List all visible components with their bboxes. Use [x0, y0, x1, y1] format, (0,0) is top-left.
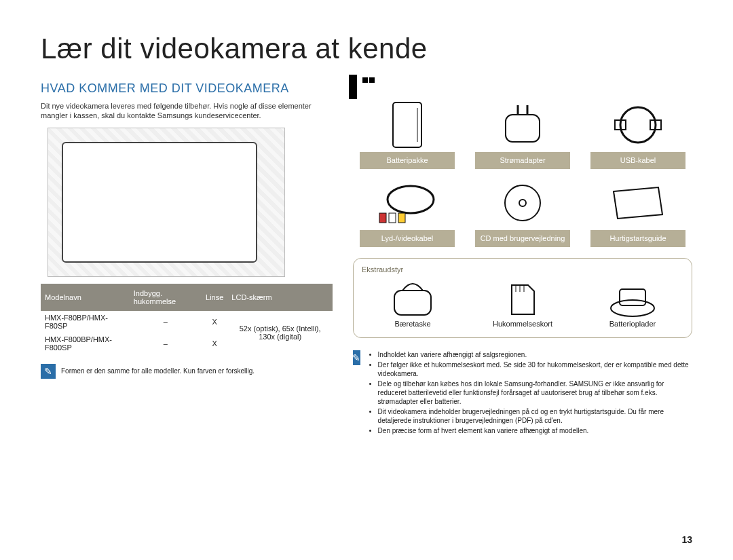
accessory-label: Lyd-/videokabel	[360, 230, 455, 247]
accessory-label: CD med brugervejledning	[475, 230, 570, 247]
cell-zoom: 52x (optisk), 65x (Intelli), 130x (digit…	[227, 311, 333, 354]
list-item: Der følger ikke et hukommelseskort med. …	[378, 360, 692, 378]
optional-title: Ekstraudstyr	[362, 265, 683, 274]
table-row: HMX-F80BP/HMX-F80SP – X 52x (optisk), 65…	[41, 311, 333, 333]
left-note-text: Formen er den samme for alle modeller. K…	[61, 367, 255, 375]
accessory-av-cable: Lyd-/videokabel	[353, 176, 462, 247]
list-item: Dele og tilbehør kan købes hos din lokal…	[378, 379, 692, 406]
power-adapter-icon	[485, 98, 560, 152]
optional-accessories-box: Ekstraudstyr Bæretaske Hukommelseskort	[353, 258, 692, 338]
accessory-usb-cable: USB-kabel	[584, 98, 692, 169]
booklet-icon	[601, 176, 675, 230]
accessory-power-adapter: Strømadapter	[468, 98, 577, 169]
right-notes-block: Indholdet kan variere afhængigt af salgs…	[353, 350, 692, 436]
spec-table: Modelnavn Indbygg. hukommelse Linse LCD-…	[41, 284, 333, 354]
section-subtitle: HVAD KOMMER MED DIT VIDEOKAMERA	[41, 81, 333, 96]
spec-header-memory: Indbygg. hukommelse	[130, 284, 202, 311]
accessory-grid: Batteripakke Strømadapter USB-kabel	[353, 98, 692, 247]
left-note-row: Formen er den samme for alle modeller. K…	[41, 364, 333, 379]
accessory-label: Hurtigstartsguide	[590, 230, 685, 247]
svg-point-11	[505, 185, 540, 221]
battery-charger-icon	[602, 279, 663, 320]
svg-point-12	[519, 200, 526, 206]
spec-header-lcd: LCD-skærm	[227, 284, 333, 311]
usb-cable-icon	[601, 98, 675, 152]
list-item: Indholdet kan variere afhængigt af salgs…	[378, 350, 692, 359]
cell-lens: X	[202, 311, 227, 333]
note-icon	[41, 364, 56, 379]
cell-lens: X	[202, 333, 227, 354]
intro-text: Dit nye videokamera leveres med følgende…	[41, 101, 333, 121]
accessory-label: Strømadapter	[475, 152, 570, 169]
av-cable-icon	[370, 176, 445, 230]
camcorder-illustration	[48, 128, 285, 277]
note-icon	[353, 350, 360, 365]
marker-squares	[362, 77, 375, 83]
accessory-battery: Batteripakke	[353, 98, 462, 169]
list-item: Den præcise form af hvert element kan va…	[378, 426, 692, 435]
svg-rect-10	[398, 213, 405, 223]
accessory-cd: CD med brugervejledning	[468, 176, 577, 247]
cell-memory: –	[130, 333, 202, 354]
svg-point-7	[388, 186, 434, 213]
accessory-label: USB-kabel	[590, 152, 685, 169]
svg-point-19	[611, 300, 654, 316]
right-notes-list: Indholdet kan variere afhængigt af salgs…	[367, 350, 692, 436]
left-column: HVAD KOMMER MED DIT VIDEOKAMERA Dit nye …	[41, 77, 333, 436]
accessory-quickstart: Hurtigstartsguide	[584, 176, 692, 247]
cd-icon	[485, 176, 560, 230]
svg-rect-9	[389, 213, 396, 223]
cell-model: HMX-F800BP/HMX-F800SP	[41, 333, 130, 354]
accessory-label: Batteripakke	[360, 152, 455, 169]
svg-rect-15	[394, 291, 431, 315]
svg-rect-20	[620, 289, 645, 305]
spec-header-model: Modelnavn	[41, 284, 130, 311]
optional-carrying-case: Bæretaske	[362, 279, 464, 328]
page-title: Lær dit videokamera at kende	[41, 33, 692, 65]
svg-rect-8	[379, 213, 386, 223]
spec-header-lens: Linse	[202, 284, 227, 311]
right-column: Batteripakke Strømadapter USB-kabel	[353, 77, 692, 436]
optional-label: Hukommelseskort	[493, 320, 552, 328]
svg-marker-13	[614, 187, 662, 219]
page-number: 13	[681, 534, 692, 545]
optional-label: Bæretaske	[394, 320, 430, 328]
optional-label: Batterioplader	[609, 320, 656, 328]
carrying-case-icon	[382, 279, 443, 320]
optional-battery-charger: Batterioplader	[582, 279, 683, 328]
optional-memory-card: Hukommelseskort	[472, 279, 574, 328]
list-item: Dit videokamera indeholder brugervejledn…	[378, 407, 692, 425]
section-marker	[349, 75, 357, 99]
cell-model: HMX-F80BP/HMX-F80SP	[41, 311, 130, 333]
svg-line-14	[614, 191, 618, 219]
memory-card-icon	[492, 279, 553, 320]
cell-memory: –	[130, 311, 202, 333]
battery-icon	[370, 98, 445, 152]
